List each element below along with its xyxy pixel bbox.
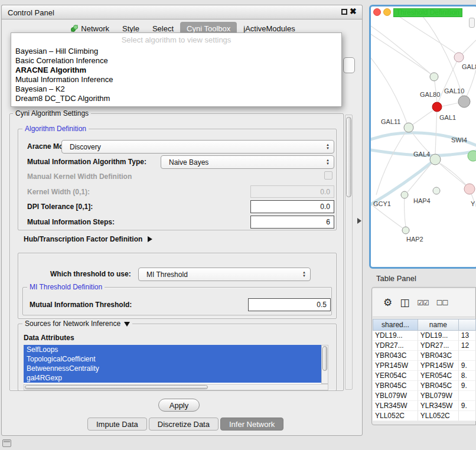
table-row[interactable]: YER054CYER054C8. — [373, 371, 476, 381]
which-threshold-select[interactable]: MI Threshold — [138, 268, 311, 281]
algorithm-dropdown-placeholder: Select algorithm to view settings — [11, 35, 341, 47]
attributes-hscrollbar[interactable] — [24, 384, 328, 390]
table-cell — [459, 411, 476, 421]
mi-threshold-label: Mutual Information Threshold: — [30, 301, 132, 309]
table-row[interactable]: YBL079WYBL079W — [373, 391, 476, 401]
close-window-icon[interactable]: ✖ — [350, 6, 357, 17]
settings-scrollbar-thumb[interactable] — [346, 117, 351, 197]
table-cell: YDL19... — [418, 331, 459, 341]
which-threshold-value: MI Threshold — [139, 270, 299, 279]
deselect-all-icon[interactable]: ☐☐ — [436, 297, 448, 309]
cyni-settings-group-title: Cyni Algorithm Settings — [13, 110, 91, 118]
graph-edge — [371, 26, 434, 77]
node-table: shared...name YDL19...YDL19...13YDR27...… — [373, 319, 476, 421]
hub-definition-label: Hub/Transcription Factor Definition — [24, 235, 142, 243]
table-row[interactable]: YDL19...YDL19...13 — [373, 331, 476, 341]
table-row[interactable]: YLL052CYLL052C — [373, 411, 476, 421]
gear-icon[interactable]: ⚙ — [383, 297, 392, 309]
kernel-width-label: Kernel Width (0,1): — [27, 188, 90, 196]
control-panel-titlebar[interactable]: Control Panel — [1, 5, 363, 19]
bottom-tab-impute-data[interactable]: Impute Data — [87, 418, 147, 431]
algorithm-option-dream8-dc-tdc-algorithm[interactable]: Dream8 DC_TDC Algorithm — [11, 94, 341, 103]
table-row[interactable]: YLR345WYLR345W9. — [373, 401, 476, 411]
graph-node-label: HAP4 — [413, 197, 431, 204]
columns-icon[interactable]: ◫ — [400, 297, 409, 309]
graph-node[interactable] — [404, 123, 413, 132]
select-all-icon[interactable]: ☑☑ — [417, 297, 429, 309]
minimized-panel-icon[interactable] — [2, 439, 11, 447]
attribute-item-gal4rgexp[interactable]: gal4RGexp — [24, 373, 321, 383]
table-header-name[interactable]: name — [418, 319, 459, 331]
mi-threshold-field[interactable]: 0.5 — [248, 298, 331, 311]
algorithm-option-aracne-algorithm[interactable]: ARACNE Algorithm — [11, 66, 341, 75]
mi-steps-field[interactable]: 6 — [250, 216, 334, 229]
graph-node-label: GCY1 — [373, 200, 391, 207]
graph-node-label: Y — [471, 200, 475, 207]
settings-scrollbar[interactable] — [345, 115, 353, 390]
apply-button[interactable]: Apply — [158, 399, 200, 412]
attributes-vscrollbar[interactable] — [321, 345, 328, 384]
attributes-vscrollbar-thumb[interactable] — [322, 346, 327, 371]
algorithm-option-mutual-information-inference[interactable]: Mutual Information Inference — [11, 75, 341, 84]
graph-node[interactable] — [402, 227, 409, 234]
mac-close-button[interactable] — [373, 8, 381, 16]
graph-node-label: GAL80 — [420, 91, 440, 98]
graph-node[interactable] — [464, 184, 475, 194]
attribute-item-selfloops[interactable]: SelfLoops — [24, 345, 321, 354]
bottom-tab-infer-network[interactable]: Infer Network — [220, 418, 283, 431]
graph-node[interactable] — [433, 187, 440, 194]
hub-definition-toggle[interactable]: Hub/Transcription Factor Definition — [24, 235, 152, 243]
bottom-tab-discretize-data[interactable]: Discretize Data — [149, 418, 219, 431]
attribute-item-topologicalcoefficient[interactable]: TopologicalCoefficient — [24, 354, 321, 364]
mi-algorithm-type-select[interactable]: Naive Bayes — [161, 155, 334, 169]
dpi-tolerance-field[interactable]: 0.0 — [250, 200, 334, 213]
graph-node[interactable] — [454, 53, 464, 62]
table-cell: 9. — [459, 361, 476, 371]
algorithm-definition-title: Algorithm Definition — [22, 125, 89, 133]
graph-edge — [371, 58, 407, 123]
tab-label: Style — [122, 24, 139, 33]
algorithm-option-basic-correlation-inference[interactable]: Basic Correlation Inference — [11, 56, 341, 66]
graph-node[interactable] — [430, 154, 441, 165]
table-header-shared[interactable]: shared... — [373, 319, 418, 331]
graph-node[interactable] — [430, 73, 438, 81]
table-cell — [459, 391, 476, 401]
table-row[interactable]: YPR145WYPR145W9. — [373, 361, 476, 371]
table-cell: YER054C — [418, 371, 459, 381]
attributes-hscrollbar-thumb[interactable] — [25, 385, 208, 389]
graph-edge — [435, 159, 466, 185]
table-cell: YBL079W — [418, 391, 459, 401]
table-cell: YER054C — [373, 371, 418, 381]
table-cell: 9. — [459, 401, 476, 411]
control-panel-title: Control Panel — [8, 8, 54, 17]
algorithm-option-bayesian-hill-climbing[interactable]: Bayesian – Hill Climbing — [11, 47, 341, 56]
panel-splitter-handle[interactable] — [357, 218, 361, 224]
mac-minimize-button[interactable] — [383, 8, 391, 16]
sources-group-title: Sources for Network Inference — [25, 320, 120, 328]
table-row[interactable]: YBR043CYBR043C — [373, 351, 476, 361]
tab-label: Select — [152, 24, 174, 33]
table-cell: 8. — [459, 371, 476, 381]
graph-node[interactable] — [468, 151, 476, 161]
graph-edge — [373, 206, 406, 230]
graph-node[interactable] — [432, 102, 442, 112]
restore-window-icon[interactable] — [341, 9, 347, 15]
kernel-width-field: 0.0 — [250, 185, 334, 198]
mi-algorithm-type-value: Naive Bayes — [161, 158, 323, 167]
manual-kernel-checkbox[interactable] — [324, 171, 332, 180]
sources-group-toggle[interactable]: Sources for Network Inference — [22, 320, 132, 328]
table-row[interactable]: YBR045CYBR045C9. — [373, 381, 476, 391]
table-row[interactable]: YDR27...YDR27...12 — [373, 341, 476, 351]
aracne-mode-select[interactable]: Discovery — [61, 140, 334, 154]
attribute-item-betweennesscentrality[interactable]: BetweennessCentrality — [24, 364, 321, 373]
algorithm-option-bayesian-k2[interactable]: Bayesian – K2 — [11, 84, 341, 94]
aracne-mode-value: Discovery — [62, 143, 323, 151]
table-cell: YPR145W — [418, 361, 459, 371]
mi-algorithm-type-label: Mutual Information Algorithm Type: — [27, 158, 146, 166]
graph-node[interactable] — [458, 96, 470, 107]
graph-edge — [407, 159, 435, 192]
table-header-col2[interactable] — [459, 319, 476, 331]
combo-stepper-icon — [323, 144, 332, 150]
graph-node-label: GAL10 — [444, 87, 464, 94]
graph-node[interactable] — [401, 191, 408, 198]
